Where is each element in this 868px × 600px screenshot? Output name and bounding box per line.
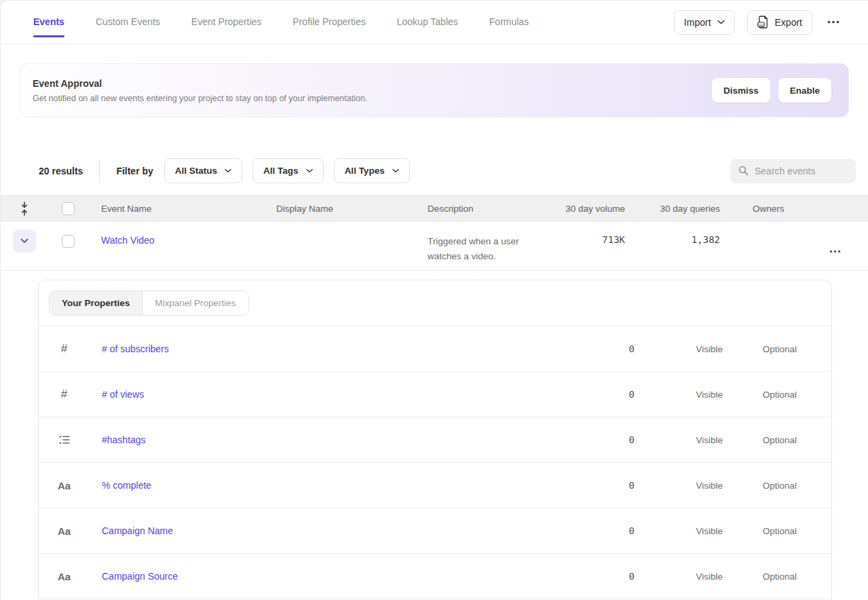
property-name-link[interactable]: #hashtags <box>102 434 146 445</box>
event-30-day-volume: 713K <box>544 222 625 270</box>
lexicon-events-page: Events Custom Events Event Properties Pr… <box>0 0 868 600</box>
tab-mixpanel-properties[interactable]: Mixpanel Properties <box>143 291 248 315</box>
types-filter-dropdown[interactable]: All Types <box>334 158 410 183</box>
select-all-checkbox[interactable] <box>62 202 75 215</box>
types-filter-value: All Types <box>345 166 385 176</box>
event-display-name <box>263 222 414 270</box>
topbar-actions: Import csv Export <box>674 10 842 35</box>
property-count: 0 <box>521 434 635 445</box>
property-requirement: Optional <box>723 526 797 536</box>
import-button[interactable]: Import <box>674 10 735 35</box>
property-name-link[interactable]: # of subscribers <box>102 343 169 354</box>
tab-event-properties[interactable]: Event Properties <box>191 1 262 43</box>
property-row: #hashtags 0 Visible Optional <box>39 417 831 463</box>
tags-filter-value: All Tags <box>263 166 299 176</box>
property-row: Aa % complete 0 Visible Optional <box>39 463 831 508</box>
property-name-link[interactable]: Campaign Name <box>102 525 173 536</box>
status-filter-value: All Status <box>175 166 217 176</box>
banner-text: Event Approval Get notified on all new e… <box>33 78 367 103</box>
property-count: 0 <box>521 343 635 354</box>
property-requirement: Optional <box>723 390 797 400</box>
property-visibility: Visible <box>635 481 723 491</box>
export-button-label: Export <box>775 17 802 28</box>
list-type-icon <box>59 435 70 445</box>
filter-toolbar: 20 results Filter by All Status All Tags… <box>1 158 868 183</box>
status-filter-dropdown[interactable]: All Status <box>164 158 242 183</box>
property-row: # # of views 0 Visible Optional <box>39 372 831 417</box>
column-30-day-queries: 30 day queries <box>625 204 720 214</box>
property-count: 0 <box>521 389 635 400</box>
tab-profile-properties[interactable]: Profile Properties <box>293 1 365 43</box>
results-count: 20 results <box>39 166 83 176</box>
property-visibility: Visible <box>635 344 723 354</box>
chevron-down-icon <box>20 238 29 244</box>
collapse-row-button[interactable] <box>13 229 36 252</box>
property-requirement: Optional <box>723 344 797 354</box>
text-type-icon: Aa <box>58 571 71 582</box>
property-count: 0 <box>521 571 635 582</box>
column-owners: Owners <box>720 204 801 214</box>
event-properties-panel: Your Properties Mixpanel Properties # # … <box>38 280 832 600</box>
svg-text:csv: csv <box>758 23 763 26</box>
banner-title: Event Approval <box>33 78 367 89</box>
divider <box>99 160 100 182</box>
event-approval-banner: Event Approval Get notified on all new e… <box>20 63 849 117</box>
property-name-link[interactable]: # of views <box>102 389 144 400</box>
search-events-box <box>730 159 856 183</box>
column-display-name: Display Name <box>263 204 414 214</box>
banner-description: Get notified on all new events entering … <box>33 94 367 103</box>
properties-tabs: Your Properties Mixpanel Properties <box>39 280 831 326</box>
property-count: 0 <box>521 480 635 491</box>
ellipsis-icon <box>829 250 841 253</box>
event-owners <box>720 222 801 270</box>
column-event-name: Event Name <box>88 204 263 214</box>
property-visibility: Visible <box>635 526 723 536</box>
more-options-button[interactable] <box>825 18 842 26</box>
dismiss-button[interactable]: Dismiss <box>712 78 770 102</box>
events-table-header: Event Name Display Name Description 30 d… <box>1 195 868 222</box>
tab-your-properties[interactable]: Your Properties <box>50 291 143 315</box>
export-button[interactable]: csv Export <box>747 10 812 35</box>
event-30-day-queries: 1,382 <box>625 222 720 270</box>
property-row: # # of subscribers 0 Visible Optional <box>39 326 831 372</box>
search-icon <box>738 166 749 176</box>
search-input[interactable] <box>755 166 848 176</box>
chevron-down-icon <box>306 168 313 173</box>
property-visibility: Visible <box>635 390 723 400</box>
event-row-checkbox[interactable] <box>62 235 75 248</box>
tags-filter-dropdown[interactable]: All Tags <box>252 158 324 183</box>
chevron-down-icon <box>392 168 399 173</box>
property-requirement: Optional <box>723 435 797 445</box>
banner-actions: Dismiss Enable <box>712 78 831 102</box>
collapse-arrows-icon <box>20 202 29 216</box>
event-row-watch-video: Watch Video Triggered when a user watche… <box>1 222 868 271</box>
tab-formulas[interactable]: Formulas <box>489 1 529 43</box>
chevron-down-icon <box>717 20 725 24</box>
row-more-options-button[interactable] <box>827 233 844 270</box>
column-description: Description <box>414 204 544 214</box>
enable-button[interactable]: Enable <box>778 78 831 102</box>
import-button-label: Import <box>684 17 711 28</box>
event-name-link[interactable]: Watch Video <box>101 235 155 246</box>
csv-file-icon: csv <box>757 16 769 29</box>
chevron-down-icon <box>225 168 231 173</box>
event-description: Triggered when a user watches a video. <box>414 222 544 270</box>
tab-events[interactable]: Events <box>33 1 64 43</box>
property-requirement: Optional <box>723 481 797 491</box>
property-row: Aa Campaign Name 0 Visible Optional <box>39 508 831 554</box>
number-type-icon: # <box>61 388 67 401</box>
collapse-all-button[interactable] <box>17 199 32 219</box>
text-type-icon: Aa <box>58 525 71 537</box>
property-name-link[interactable]: Campaign Source <box>102 571 178 582</box>
tab-lookup-tables[interactable]: Lookup Tables <box>397 1 458 43</box>
text-type-icon: Aa <box>58 480 71 491</box>
column-30-day-volume: 30 day volume <box>544 204 625 214</box>
property-visibility: Visible <box>635 435 723 445</box>
property-requirement: Optional <box>723 571 797 582</box>
ellipsis-icon <box>827 20 839 24</box>
property-row: Aa Campaign Source 0 Visible Optional <box>39 554 831 599</box>
property-name-link[interactable]: % complete <box>102 480 151 491</box>
tab-custom-events[interactable]: Custom Events <box>96 1 160 43</box>
property-count: 0 <box>521 525 635 536</box>
property-visibility: Visible <box>635 571 723 582</box>
